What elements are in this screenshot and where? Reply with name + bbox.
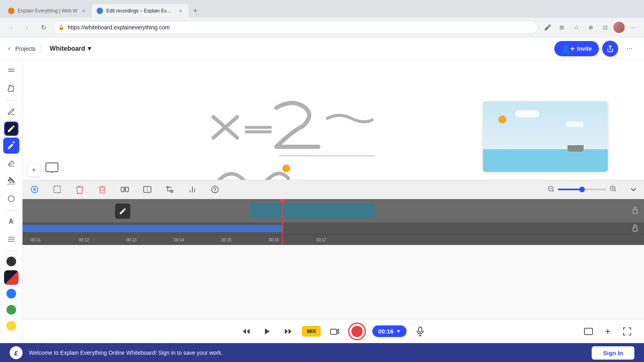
invite-button[interactable]: 👤+ Invite — [554, 41, 599, 56]
toolbar-separator-3 — [6, 251, 17, 251]
zoom-in-canvas-button[interactable]: + — [27, 164, 40, 177]
invite-icon: 👤+ — [561, 44, 575, 53]
svg-rect-43 — [419, 327, 422, 332]
sun — [498, 115, 506, 123]
color-blue-button[interactable] — [4, 286, 19, 301]
mic-nav-button[interactable]: 🎤 — [541, 21, 554, 34]
share-button[interactable] — [602, 41, 618, 57]
play-button[interactable] — [260, 324, 275, 339]
zoom-slider[interactable] — [558, 189, 606, 190]
video-track — [23, 199, 644, 222]
divider — [41, 44, 41, 53]
forward-button[interactable]: › — [21, 21, 34, 34]
tool-marker-button[interactable] — [3, 138, 19, 154]
svg-marker-38 — [289, 329, 292, 334]
fullscreen-button[interactable] — [620, 324, 634, 339]
ruler-mark-3: 00:14 — [174, 238, 184, 242]
tool-eraser-button[interactable] — [3, 155, 19, 171]
fast-forward-button[interactable] — [281, 324, 295, 339]
toolbar-separator-1 — [6, 100, 17, 101]
svg-rect-16 — [121, 187, 124, 192]
mix-button[interactable]: MIX — [302, 326, 321, 337]
zoom-in-button[interactable] — [609, 185, 617, 194]
svg-rect-40 — [330, 329, 337, 334]
tool-shapes-button[interactable] — [3, 191, 19, 207]
video-clip-1[interactable] — [250, 203, 375, 218]
svg-point-7 — [282, 165, 290, 172]
color-green-button[interactable] — [4, 302, 19, 317]
ruler-mark-4: 00:15 — [221, 238, 231, 242]
mic-button[interactable] — [413, 324, 427, 339]
tab-2-close[interactable]: ✕ — [177, 8, 184, 14]
select-button[interactable] — [50, 182, 64, 197]
edit-paint-button[interactable] — [27, 182, 42, 197]
tool-pen-selected-color[interactable] — [4, 121, 19, 136]
svg-rect-33 — [633, 210, 637, 214]
merge-button[interactable] — [140, 182, 155, 197]
more-options-button[interactable]: ··· — [621, 41, 638, 57]
pencil-clip-button[interactable] — [115, 204, 130, 219]
color-yellow-button[interactable] — [4, 319, 19, 333]
expand-timeline-button[interactable] — [628, 184, 639, 195]
tool-pen-button[interactable] — [3, 104, 19, 120]
ruler-mark-5: 00:16 — [269, 238, 279, 242]
delete-button[interactable] — [72, 182, 87, 197]
audio-clip[interactable] — [23, 225, 282, 232]
footer-message: Welcome to Explain Everything Online Whi… — [29, 350, 592, 356]
sign-in-button[interactable]: Sign In — [592, 346, 634, 360]
address-text: https://whiteboard.explaineverything.com — [68, 24, 170, 31]
rewind-button[interactable] — [239, 324, 254, 339]
collections-button[interactable]: ⊕ — [584, 21, 597, 34]
canvas-area: + — [23, 60, 644, 343]
tab-2[interactable]: Edit recordings – Explain Everyth ✕ — [92, 4, 188, 18]
whiteboard-canvas[interactable]: + — [23, 60, 644, 180]
screen-overlay-button[interactable] — [45, 162, 59, 175]
tab-2-title: Edit recordings – Explain Everyth — [106, 8, 174, 14]
new-tab-button[interactable]: + — [188, 4, 202, 18]
split-button[interactable] — [118, 182, 132, 197]
svg-point-12 — [33, 188, 36, 191]
tab-2-favicon — [97, 8, 103, 14]
refresh-button[interactable]: ↻ — [37, 21, 50, 34]
tool-hand-button[interactable] — [3, 81, 19, 97]
tool-text-button[interactable]: A — [3, 214, 19, 230]
help-button[interactable] — [208, 182, 222, 197]
time-display[interactable]: 00:16 — [372, 325, 406, 337]
add-item-button[interactable] — [601, 324, 615, 339]
tab-1-close[interactable]: ✕ — [80, 8, 87, 14]
lock-icon: 🔒 — [58, 25, 64, 30]
favorites-button[interactable]: ☆ — [570, 21, 583, 34]
delete-all-button[interactable] — [95, 182, 109, 197]
svg-rect-8 — [46, 163, 58, 172]
back-to-projects-button[interactable]: ‹ — [6, 43, 12, 54]
stats-button[interactable] — [185, 182, 200, 197]
track-1-lock-icon[interactable] — [632, 206, 638, 216]
toolbar-separator-2 — [6, 210, 17, 210]
boat — [568, 145, 584, 152]
track-2-lock-icon[interactable] — [632, 224, 638, 233]
address-bar[interactable]: 🔒 https://whiteboard.explaineverything.c… — [53, 21, 538, 34]
svg-rect-13 — [54, 186, 61, 193]
project-title-button[interactable]: Whiteboard ▾ — [46, 42, 95, 55]
back-button[interactable]: ‹ — [5, 21, 18, 34]
camera-button[interactable] — [327, 324, 342, 339]
record-inner — [351, 326, 363, 337]
browser-more-button[interactable]: ··· — [626, 21, 639, 34]
trim-button[interactable] — [163, 182, 177, 197]
tab-1[interactable]: Explain Everything | Web W ✕ — [3, 4, 92, 18]
extensions-button[interactable]: ⊞ — [555, 21, 568, 34]
tool-lines-button[interactable] — [3, 231, 19, 247]
profile-avatar[interactable] — [613, 22, 625, 33]
projects-button[interactable]: Projects — [15, 45, 36, 52]
color-black-button[interactable] — [4, 254, 19, 269]
svg-point-2 — [8, 196, 14, 202]
tab-1-title: Explain Everything | Web W — [18, 8, 77, 14]
tool-menu-button[interactable] — [3, 63, 19, 79]
record-button[interactable] — [348, 323, 366, 340]
sync-button[interactable]: ⊡ — [599, 21, 612, 34]
add-screen-button[interactable] — [581, 324, 596, 339]
color-red-button[interactable] — [4, 270, 19, 285]
app-bar-left: ‹ Projects Whiteboard ▾ — [6, 42, 95, 55]
tool-fill-button[interactable] — [3, 173, 19, 189]
zoom-out-button[interactable] — [547, 185, 555, 194]
